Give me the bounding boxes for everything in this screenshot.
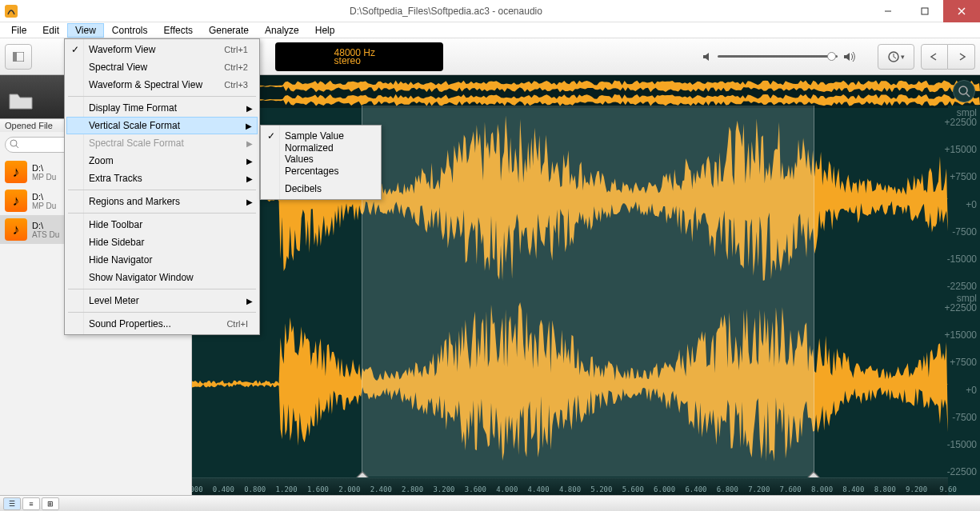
yscale-label: +15000: [945, 329, 977, 341]
volume-slider[interactable]: [718, 55, 838, 58]
nav-forward-button[interactable]: [948, 44, 975, 70]
menu-item-label: Level Meter: [89, 295, 139, 306]
yscale-label: -22500: [947, 466, 977, 477]
menu-generate[interactable]: Generate: [201, 23, 257, 38]
timeline-tick: 5.600: [622, 485, 644, 493]
menu-item-zoom[interactable]: Zoom▶: [66, 152, 258, 170]
view-menu-dropdown: ✓Waveform ViewCtrl+1Spectral ViewCtrl+2W…: [64, 38, 260, 335]
timeline-tick: 4.000: [496, 485, 518, 493]
menu-item-extra-tracks[interactable]: Extra Tracks▶: [66, 170, 258, 187]
menu-item-label: Regions and Markers: [89, 196, 180, 207]
close-button[interactable]: [943, 0, 980, 22]
menu-item-shortcut: Ctrl+3: [224, 80, 248, 90]
yscale-label: +15000: [945, 144, 977, 155]
menu-item-label: Hide Sidebar: [89, 237, 144, 248]
menu-view[interactable]: View: [67, 23, 104, 38]
nav-back-button[interactable]: [921, 44, 948, 70]
yscale-label: -15000: [947, 439, 977, 450]
yscale-label: +22500: [945, 117, 977, 128]
yscale-label: +0: [966, 385, 977, 396]
yscale-label: -7500: [952, 226, 977, 238]
submenu-arrow-icon: ▶: [246, 157, 253, 166]
yscale-label: -15000: [947, 254, 977, 265]
timeline-tick: 7.600: [780, 485, 802, 493]
timeline-tick: 2.000: [338, 485, 360, 493]
view-mode-grid-button[interactable]: ⊞: [42, 497, 59, 510]
menu-item-hide-sidebar[interactable]: Hide Sidebar: [66, 234, 258, 251]
submenu-arrow-icon: ▶: [246, 122, 252, 130]
menu-item-show-navigator-window[interactable]: Show Navigator Window: [66, 269, 258, 286]
sidebar-toggle-button[interactable]: [5, 44, 32, 70]
menu-item-hide-navigator[interactable]: Hide Navigator: [66, 251, 258, 269]
timeline-tick: 1.600: [307, 485, 329, 493]
menu-file[interactable]: File: [3, 23, 34, 38]
timeline-tick: 0.400: [213, 485, 234, 493]
svg-point-10: [10, 140, 17, 146]
menu-item-level-meter[interactable]: Level Meter▶: [66, 292, 258, 309]
menu-item-shortcut: Ctrl+1: [224, 45, 248, 54]
timeline-tick: 9.60: [939, 485, 957, 493]
submenu-item-label: Percentages: [285, 166, 338, 177]
view-mode-list-button[interactable]: ☰: [3, 497, 21, 510]
overview-navigator[interactable]: [192, 75, 980, 106]
volume-knob[interactable]: [827, 52, 836, 61]
submenu-item-percentages[interactable]: Percentages: [262, 162, 379, 180]
menu-item-label: Sound Properties...: [89, 318, 171, 329]
menu-item-regions-and-markers[interactable]: Regions and Markers▶: [66, 193, 258, 210]
timeline-tick: 8.000: [811, 485, 833, 493]
audio-file-icon: ♪: [5, 190, 27, 212]
submenu-item-label: Sample Value: [285, 130, 344, 142]
menu-item-sound-properties-[interactable]: Sound Properties...Ctrl+I: [66, 315, 258, 333]
menu-item-label: Waveform & Spectral View: [89, 79, 202, 90]
file-meta: MP Du: [32, 202, 56, 210]
menu-item-hide-toolbar[interactable]: Hide Toolbar: [66, 216, 258, 234]
menu-controls[interactable]: Controls: [104, 23, 156, 38]
file-name: D:\: [32, 221, 59, 230]
zoom-tool-button[interactable]: [953, 80, 975, 102]
minimize-button[interactable]: [870, 0, 906, 22]
timeline-tick: 6.400: [685, 485, 706, 493]
timeline-tick: 6.000: [654, 485, 675, 493]
volume-high-icon: [842, 51, 855, 62]
menu-item-spectral-view[interactable]: Spectral ViewCtrl+2: [66, 58, 258, 76]
submenu-item-decibels[interactable]: Decibels: [262, 180, 379, 198]
menu-item-label: Waveform View: [89, 44, 155, 55]
submenu-arrow-icon: ▶: [246, 139, 253, 148]
audio-file-icon: ♪: [5, 218, 27, 241]
vertical-scale-submenu: ✓Sample ValueNormalized ValuesPercentage…: [260, 125, 382, 200]
file-meta: ATS Du: [32, 230, 59, 239]
menu-item-vertical-scale-format[interactable]: Vertical Scale Format▶: [66, 117, 258, 134]
folder-icon[interactable]: [8, 90, 34, 115]
timeline-tick: 2.400: [370, 485, 392, 493]
timeline-tick: 8.800: [874, 485, 896, 493]
titlebar: D:\Softpedia_Files\Softpedia.ac3 - ocena…: [0, 0, 980, 22]
menu-item-waveform-spectral-view[interactable]: Waveform & Spectral ViewCtrl+3: [66, 76, 258, 94]
yscale-label: +22500: [945, 302, 977, 313]
check-icon: ✓: [71, 44, 79, 55]
yscale-label: +0: [966, 199, 977, 210]
submenu-arrow-icon: ▶: [246, 174, 253, 183]
timeline-tick: 5.200: [590, 485, 612, 493]
time-mode-button[interactable]: ▾: [878, 44, 914, 70]
maximize-button[interactable]: [906, 0, 943, 22]
svg-rect-6: [13, 52, 17, 62]
menu-effects[interactable]: Effects: [156, 23, 201, 38]
volume-control[interactable]: [702, 51, 855, 62]
menu-item-display-time-format[interactable]: Display Time Format▶: [66, 99, 258, 117]
check-icon: ✓: [267, 130, 275, 142]
yscale-label: -22500: [947, 281, 977, 292]
statusbar: ☰ ≡ ⊞: [0, 495, 980, 511]
file-name: D:\: [32, 163, 56, 173]
vertical-scale-right: smpl+22500+15000+7500+0-7500-15000-22500: [948, 291, 980, 477]
yscale-label: +7500: [950, 357, 977, 368]
timeline-ruler[interactable]: 0.0000.4000.8001.2001.6002.0002.4002.800…: [192, 477, 948, 495]
submenu-item-normalized-values[interactable]: Normalized Values: [262, 145, 379, 162]
selection-region[interactable]: [362, 106, 814, 477]
menu-item-label: Hide Navigator: [89, 254, 152, 265]
menu-edit[interactable]: Edit: [34, 23, 67, 38]
submenu-item-label: Normalized Values: [285, 142, 363, 165]
search-icon: [10, 139, 19, 149]
view-mode-detail-button[interactable]: ≡: [22, 497, 40, 510]
file-meta: MP Du: [32, 173, 56, 182]
menu-item-waveform-view[interactable]: ✓Waveform ViewCtrl+1: [66, 41, 258, 58]
